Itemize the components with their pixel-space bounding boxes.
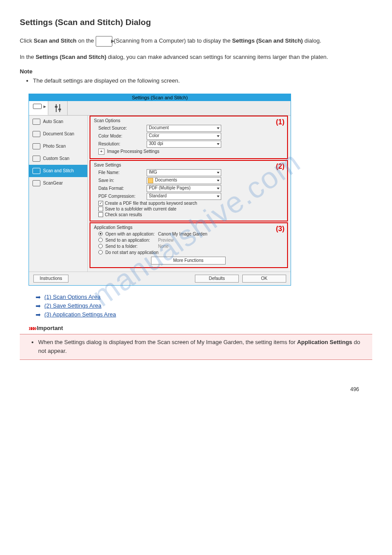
doc-icon [32,119,40,125]
check-results-checkbox[interactable] [98,212,103,217]
select-source-dropdown[interactable]: Document [147,125,221,132]
triple-arrow-icon: »»» [29,324,35,332]
select-value: Canon My Image Garden [158,232,207,236]
select-value: Preview [158,238,174,243]
link-row: ➡ (3) Application Settings Area [36,311,372,318]
sidebar-item-scangear[interactable]: ScanGear [29,177,87,189]
select-value: 300 dpi [149,141,163,146]
intro-paragraph-2: In the Settings (Scan and Stitch) dialog… [20,53,372,62]
dialog-button-row: Instructions Defaults OK [29,272,291,285]
sidebar-item-custom-scan[interactable]: Custom Scan [29,152,87,165]
intro-bold-scan-and-stitch: Scan and Stitch [34,37,77,44]
send-to-app-radio[interactable] [98,238,103,242]
subfolder-label: Save to a subfolder with current date [105,207,176,211]
sliders-icon [54,104,62,112]
sidebar-item-document-scan[interactable]: Document Scan [29,128,87,140]
link-row: ➡ (2) Save Settings Area [36,302,372,309]
send-to-folder-dropdown[interactable]: None [158,244,169,249]
no-app-label: Do not start any application [105,250,158,255]
note-list: The default settings are displayed on th… [33,76,372,86]
data-format-dropdown[interactable]: PDF (Multiple Pages) [147,185,221,192]
defaults-button[interactable]: Defaults [195,275,239,283]
sidebar-item-auto-scan[interactable]: Auto Scan [29,116,87,128]
monitor-arrow-icon [33,104,44,112]
open-with-app-label: Open with an application: [105,232,155,236]
doc-icon [32,168,40,174]
sidebar-item-label: Scan and Stitch [43,168,74,173]
dialog-titlebar: Settings (Scan and Stitch) [29,94,291,101]
section-header: Save Settings [94,163,284,167]
file-name-dropdown[interactable]: IMG [147,169,221,176]
sidebar-item-label: Auto Scan [43,119,63,124]
open-with-app-radio[interactable] [98,232,103,236]
sidebar-item-label: Photo Scan [43,144,66,149]
intro-text: Click [20,37,34,44]
doc-icon [32,131,40,137]
no-app-radio[interactable] [98,250,103,254]
link-application-settings[interactable]: (3) Application Settings Area [44,311,116,318]
subfolder-checkbox[interactable] [98,207,103,211]
important-box: When the Settings dialog is displayed fr… [20,334,372,360]
save-in-dropdown[interactable]: Documents [147,177,221,184]
arrow-right-icon: ➡ [36,311,41,318]
select-value: None [158,244,169,249]
color-mode-dropdown[interactable]: Color [147,133,221,140]
check-results-label: Check scan results [105,212,142,217]
note-item: The default settings are displayed on th… [33,76,372,86]
select-value: Documents [155,178,177,182]
instructions-button[interactable]: Instructions [33,275,68,283]
scanner-icon [32,180,40,186]
settings-dialog: Settings (Scan and Stitch) Auto Scan Doc… [29,94,291,286]
select-value: Color [149,133,159,138]
pdf-compression-dropdown[interactable]: Standard [147,193,221,200]
note-label: Note [20,68,372,75]
save-in-label: Save in: [94,178,147,183]
resolution-dropdown[interactable]: 300 dpi [147,141,221,148]
intro-text: dialog. [305,37,321,44]
intro-text: In the Settings (Scan and Stitch) dialog… [20,54,328,60]
tab-scan-from-computer[interactable] [29,101,48,115]
important-header: »»» Important [29,324,372,332]
arrow-right-icon: ➡ [36,294,41,301]
application-settings-section: (3) Application Settings Open with an ap… [90,222,288,268]
section-header: Application Settings [94,225,284,230]
resolution-label: Resolution: [94,141,147,146]
send-to-app-dropdown[interactable]: Preview [158,238,174,243]
callout-2: (2) [276,163,284,170]
tab-general-settings[interactable] [48,101,68,115]
doc-icon [32,143,40,149]
section-header: Scan Options [94,118,284,123]
ok-button[interactable]: OK [242,275,286,283]
link-scan-options[interactable]: (1) Scan Options Area [44,294,101,300]
sidebar-item-scan-and-stitch[interactable]: Scan and Stitch [29,165,87,177]
doc-icon [32,156,40,162]
image-processing-label: Image Processing Settings [107,149,159,154]
select-value: IMG [149,170,157,174]
intro-bold-settings-dialog: Settings (Scan and Stitch) [232,37,303,44]
keyword-pdf-checkbox[interactable]: ✓ [98,201,103,206]
important-label: Important [37,325,63,331]
monitor-arrow-icon [96,36,112,47]
sidebar-item-photo-scan[interactable]: Photo Scan [29,140,87,152]
pdf-compression-label: PDF Compression: [94,194,147,199]
open-with-app-dropdown[interactable]: Canon My Image Garden [158,232,207,236]
intro-paragraph-1: Click Scan and Stitch on the (Scanning f… [20,36,372,47]
select-value: Document [149,125,169,130]
expand-image-processing-button[interactable]: + [98,149,104,155]
intro-text: on the [78,37,96,44]
callout-3: (3) [276,225,284,233]
select-value: PDF (Multiple Pages) [149,185,191,190]
link-save-settings[interactable]: (2) Save Settings Area [44,302,101,309]
sidebar-item-label: Custom Scan [43,156,69,161]
more-functions-button[interactable]: More Functions [151,257,226,265]
select-source-label: Select Source: [94,126,147,131]
send-to-folder-radio[interactable] [98,244,103,248]
link-row: ➡ (1) Scan Options Area [36,294,372,301]
important-item: When the Settings dialog is displayed fr… [38,338,364,356]
data-format-label: Data Format: [94,186,147,191]
settings-content: (1) Scan Options Select Source: Document… [88,116,291,272]
arrow-right-icon: ➡ [36,302,41,309]
select-value: Standard [149,193,167,198]
intro-text: (Scanning from a Computer) tab to displa… [114,37,232,44]
color-mode-label: Color Mode: [94,134,147,138]
